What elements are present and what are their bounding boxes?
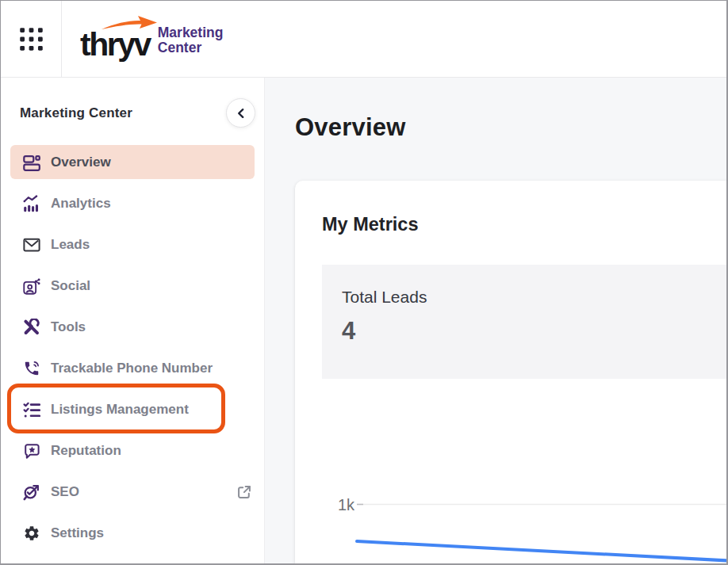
sidebar-item-label: Settings <box>51 525 104 541</box>
logo-product-line1: Marketing <box>158 25 224 40</box>
social-profile-share-icon <box>23 277 40 295</box>
logo: thryv Marketing Center <box>62 1 223 77</box>
sidebar-item-trackable-phone-number[interactable]: Trackable Phone Number <box>10 351 255 385</box>
review-bubble-star-icon <box>23 442 40 460</box>
sidebar-item-reputation[interactable]: Reputation <box>10 433 255 468</box>
page-title: Overview <box>295 113 726 142</box>
sidebar-item-leads[interactable]: Leads <box>10 227 255 262</box>
sidebar-item-analytics[interactable]: Analytics <box>10 186 255 220</box>
dashboard-icon <box>23 154 40 171</box>
app-launcher-column <box>1 1 62 77</box>
chevron-left-icon <box>236 108 246 119</box>
sidebar-item-label: Reputation <box>51 443 121 459</box>
apps-grid-icon[interactable] <box>15 23 47 55</box>
tools-icon <box>23 319 40 336</box>
seo-magnifier-arrow-icon <box>23 483 40 501</box>
logo-product-line2: Center <box>158 40 224 55</box>
sidebar-item-settings[interactable]: Settings <box>10 516 255 550</box>
sidebar-item-label: Social <box>51 278 90 294</box>
card-title: My Metrics <box>322 214 728 235</box>
sidebar-collapse-button[interactable] <box>226 98 255 128</box>
gear-icon <box>23 525 40 542</box>
sidebar-item-label: Leads <box>51 237 90 253</box>
metrics-line-chart: 1k <box>295 445 728 565</box>
sidebar-item-label: SEO <box>51 484 79 500</box>
phone-signal-icon <box>23 360 40 377</box>
sidebar-item-tools[interactable]: Tools <box>10 310 255 344</box>
my-metrics-card: My Metrics Total Leads 4 1k <box>295 181 728 565</box>
app-window: thryv Marketing Center Marketing Center <box>0 0 728 565</box>
sidebar-item-label: Listings Management <box>51 402 189 418</box>
sidebar: Marketing Center Ov <box>1 78 265 563</box>
sidebar-item-label: Overview <box>51 155 111 170</box>
sidebar-item-label: Analytics <box>51 196 111 212</box>
y-axis-tick-label: 1k <box>338 496 355 513</box>
envelope-icon <box>23 236 40 254</box>
logo-arrow-icon <box>101 15 159 31</box>
checklist-icon <box>23 401 40 418</box>
metric-label: Total Leads <box>342 288 728 307</box>
sidebar-item-overview[interactable]: Overview <box>10 145 255 179</box>
external-link-icon <box>236 484 252 500</box>
analytics-chart-icon <box>23 195 40 212</box>
sidebar-item-label: Trackable Phone Number <box>51 361 213 376</box>
total-leads-tile: Total Leads 4 <box>322 265 728 379</box>
sidebar-nav: Overview <box>10 145 255 550</box>
sidebar-header: Marketing Center <box>1 98 264 128</box>
thryv-logo: thryv <box>80 17 150 61</box>
sidebar-item-label: Tools <box>51 319 86 335</box>
logo-product-text: Marketing Center <box>158 22 224 56</box>
apps-grid-glyph <box>19 27 44 52</box>
sidebar-item-social[interactable]: Social <box>10 269 255 303</box>
metric-value: 4 <box>342 317 728 345</box>
chart-line <box>357 541 728 561</box>
topbar: thryv Marketing Center <box>1 1 726 78</box>
sidebar-title: Marketing Center <box>20 105 132 121</box>
sidebar-item-listings-management[interactable]: Listings Management <box>10 392 255 426</box>
main-content: Overview My Metrics Total Leads 4 1k <box>265 78 726 563</box>
sidebar-item-seo[interactable]: SEO <box>10 475 255 509</box>
